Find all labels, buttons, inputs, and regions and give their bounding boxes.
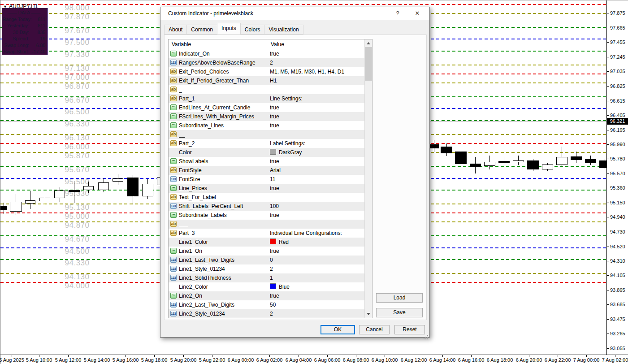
price-axis[interactable]: 97.87597.66597.45597.24597.03596.82596.6… <box>606 0 628 355</box>
bool-icon: ~ <box>170 212 177 218</box>
table-row[interactable]: abPart_1Line Settings: <box>169 94 364 103</box>
table-row[interactable]: ~Line1_Ontrue <box>169 247 364 256</box>
price-axis-label: 97.875 <box>610 10 625 16</box>
variable-value[interactable]: 2 <box>270 264 363 273</box>
variable-value[interactable]: M1, M5, M15, M30, H1, H4, D1 <box>270 67 363 76</box>
variable-value[interactable]: true <box>270 121 363 130</box>
table-row[interactable]: 123FontSize11 <box>169 175 364 184</box>
variable-value[interactable]: true <box>270 211 363 220</box>
table-row[interactable]: Line2_ColorBlue <box>169 282 364 291</box>
ok-button[interactable]: OK <box>320 325 355 334</box>
axis-tick <box>607 334 609 334</box>
variable-value[interactable]: DarkGray <box>270 148 363 157</box>
time-axis-label: 6 Aug 22:00 <box>545 357 571 363</box>
variable-value[interactable]: true <box>270 247 363 256</box>
table-row[interactable]: ~FScrLines_With_Margin_Pricestrue <box>169 112 364 121</box>
tab-visualization[interactable]: Visualization <box>264 25 303 35</box>
bool-icon: ~ <box>170 185 177 191</box>
bool-icon: ~ <box>170 51 177 56</box>
cancel-button[interactable]: Cancel <box>359 325 390 334</box>
tab-inputs[interactable]: Inputs <box>217 23 241 34</box>
table-row[interactable]: 123Line1_Last_Two_Digits0 <box>169 256 364 264</box>
table-scrollbar[interactable] <box>364 39 372 318</box>
axis-tick <box>607 144 609 145</box>
variable-value[interactable]: Blue <box>270 282 363 291</box>
table-row[interactable]: ~EndLines_At_Current_Candletrue <box>169 103 364 112</box>
scrollbar-thumb[interactable] <box>365 47 372 81</box>
price-axis-label: 94.105 <box>610 273 625 278</box>
table-row[interactable]: 123RangesAboveBelowBaseRange2 <box>169 58 364 67</box>
variable-value[interactable]: 50 <box>270 300 363 309</box>
variable-value[interactable]: 2 <box>270 58 363 67</box>
variable-value[interactable]: true <box>270 184 363 193</box>
variable-value[interactable]: H1 <box>270 76 363 85</box>
help-button[interactable]: ? <box>391 7 404 20</box>
axis-tick <box>414 355 414 357</box>
table-row[interactable]: ~ShowLabelstrue <box>169 157 364 166</box>
variable-value[interactable]: true <box>270 112 363 121</box>
variable-value[interactable]: true <box>270 49 363 58</box>
price-axis-label: 97.455 <box>610 39 625 45</box>
axis-tick <box>154 355 155 357</box>
dialog-title: Custom Indicator - primelevelsblack <box>168 7 253 20</box>
table-row[interactable]: ~Subordinate_Labelstrue <box>169 211 364 220</box>
load-button[interactable]: Load <box>376 293 423 303</box>
variable-value[interactable]: Label Settings: <box>270 139 363 148</box>
table-row[interactable]: ~Indicator_Ontrue <box>169 49 364 58</box>
table-row[interactable]: abPart_2Label Settings: <box>169 139 364 148</box>
variable-name: Shift_Labels_PerCent_Left <box>179 202 266 211</box>
table-row[interactable]: 123Line1_SolidThickness1 <box>169 273 364 282</box>
table-row[interactable]: abExit_If_Period_Greater_ThanH1 <box>169 76 364 85</box>
variable-value[interactable]: 1 <box>270 273 363 282</box>
candle <box>83 186 94 190</box>
table-row[interactable]: 123Shift_Labels_PerCent_Left100 <box>169 202 364 211</box>
table-row[interactable]: 123Line2_Last_Two_Digits50 <box>169 300 364 309</box>
variable-value[interactable]: 0 <box>270 256 363 264</box>
variable-value[interactable]: 100 <box>270 202 363 211</box>
tab-common[interactable]: Common <box>186 25 217 35</box>
data-panel-label: Swap Short: <box>3 48 29 55</box>
table-row[interactable]: ab__ <box>169 130 364 139</box>
color-swatch <box>270 283 276 289</box>
table-row[interactable]: 123Line1_Style_012342 <box>169 264 364 273</box>
variable-value[interactable]: Arial <box>270 166 363 175</box>
dialog-titlebar[interactable]: Custom Indicator - primelevelsblack ? ✕ <box>160 7 429 20</box>
symbol-label[interactable]: ▼AUDJPY,H1 <box>3 3 38 9</box>
scrollbar-up-icon[interactable] <box>365 39 372 47</box>
axis-tick <box>327 355 328 357</box>
time-axis[interactable]: 5 Aug 20255 Aug 10:005 Aug 12:005 Aug 14… <box>0 355 628 364</box>
table-row[interactable]: abFontStyleArial <box>169 166 364 175</box>
scrollbar-down-icon[interactable] <box>365 310 372 318</box>
table-row[interactable]: ~Subordinate_Linestrue <box>169 121 364 130</box>
time-axis-label: 5 Aug 18:00 <box>141 357 168 363</box>
close-icon[interactable]: ✕ <box>411 7 424 20</box>
table-row[interactable]: ab_ <box>169 85 364 94</box>
table-row[interactable]: ~Line_Pricestrue <box>169 184 364 193</box>
variable-value[interactable]: Red <box>270 238 363 247</box>
table-row[interactable]: Line1_ColorRed <box>169 238 364 247</box>
table-row[interactable]: ~Line2_Ontrue <box>169 291 364 300</box>
data-panel-value: -17.40 <box>29 48 45 55</box>
level-label: 94.500 <box>58 247 96 256</box>
variable-value[interactable]: Line Settings: <box>270 94 363 103</box>
table-row[interactable]: abExit_Period_ChoicesM1, M5, M15, M30, H… <box>169 67 364 76</box>
level-label: 98.000 <box>58 4 96 12</box>
table-row[interactable]: ColorDarkGray <box>169 148 364 157</box>
table-row[interactable]: ab___ <box>169 220 364 229</box>
variable-value[interactable]: 11 <box>270 175 363 184</box>
save-button[interactable]: Save <box>376 308 423 317</box>
candle <box>54 191 65 198</box>
tab-about[interactable]: About <box>164 25 187 35</box>
variable-value[interactable]: true <box>270 291 363 300</box>
table-row[interactable]: 123Line2_Style_012342 <box>169 309 364 318</box>
variable-value[interactable]: true <box>270 103 363 112</box>
variable-value[interactable]: true <box>270 157 363 166</box>
price-axis-label: 95.780 <box>610 156 625 161</box>
tab-colors[interactable]: Colors <box>240 25 265 35</box>
resize-grip[interactable] <box>427 335 428 336</box>
table-row[interactable]: abText_For_Label <box>169 193 364 202</box>
variable-value[interactable]: Individual Line Configurations: <box>270 229 363 238</box>
variable-value[interactable]: 2 <box>270 309 363 318</box>
table-row[interactable]: abPart_3Individual Line Configurations: <box>169 229 364 238</box>
reset-button[interactable]: Reset <box>394 325 425 334</box>
